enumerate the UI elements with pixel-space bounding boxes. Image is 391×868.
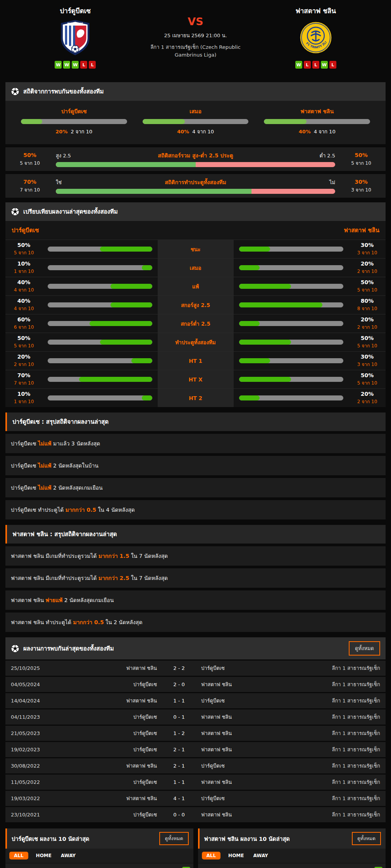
h2h-stat-count: 4 จาก 10	[192, 129, 214, 135]
h2h-stat-bar	[143, 119, 249, 124]
match-league-name: ลีกา 1 สาธารณรัฐเช็ก	[297, 745, 380, 754]
comparison-away-percent: 50%	[361, 279, 374, 285]
comparison-away-bar	[239, 247, 344, 252]
h2h-match-row: 11/05/2022 ปาร์ดูบีตเซ 1 - 1 ฟาสตาฟ ชลิน…	[5, 775, 386, 790]
form-badge: W	[72, 61, 79, 69]
comparison-away-bar	[239, 302, 344, 307]
comparison-row: 70% 7 จาก 10 HT X 50% 5 จาก 10	[5, 370, 386, 388]
comparison-away-percent: 30%	[361, 242, 374, 248]
h2h-split-rows: 50% 5 จาก 10 สูง 2.5 สถิติสกอร์รวม สูง-ต…	[5, 147, 386, 198]
match-score: 2 - 2	[162, 665, 196, 671]
comparison-home-bar	[48, 302, 152, 307]
comparison-row: 40% 4 จาก 10 สกอร์สูง 2.5 80% 8 จาก 10	[5, 295, 386, 314]
h2h-stat-column: ฟาสตาฟ ชลิน 40%4 จาก 10	[264, 107, 370, 136]
comparison-row: 50% 5 จาก 10 ทำประตูทั้งสองทีม 50% 5 จาก…	[5, 333, 386, 351]
away-recent-panel: ฟาสตาฟ ชลิน ผลงาน 10 นัดล่าสุด ดูทั้งหมด…	[198, 828, 386, 868]
match-away-team: ฟาสตาฟ ชลิน	[196, 729, 297, 737]
comparison-home-count: 1 จาก 10	[14, 398, 34, 405]
comparison-home-count: 1 จาก 10	[14, 267, 34, 275]
comparison-away-percent: 20%	[361, 316, 374, 323]
comparison-away-percent: 30%	[361, 354, 374, 360]
comparison-header: เปรียบเทียบผลงานล่าสุดของทั้งสองทีม	[5, 202, 386, 221]
form-badge: L	[80, 61, 87, 69]
home-summary-title: ปาร์ดูบีตเซ : สรุปสถิติจากผลงานล่าสุด	[5, 412, 386, 431]
comparison-away-count: 5 จาก 10	[357, 286, 377, 293]
comparison-away-percent: 20%	[361, 391, 374, 397]
match-score: 2 - 1	[162, 747, 196, 752]
tab-home[interactable]: HOME	[227, 852, 245, 859]
summary-row: ฟาสตาฟ ชลิน มีเกมที่ทำประตูรวมได้ มากกว่…	[5, 568, 386, 588]
split-left-count: 5 จาก 10	[9, 159, 51, 167]
tab-home[interactable]: HOME	[34, 852, 53, 859]
comparison-home-bar	[48, 358, 152, 363]
comparison-row-label: แพ้	[158, 277, 234, 295]
match-score: 1 - 1	[162, 698, 196, 704]
split-right-label: ต่ำ 2.5	[308, 152, 335, 160]
recent-match-row: 18/04/2026 ฟาสตาฟ ชลิน 3 - 2 เทปลิเช่ W	[198, 864, 386, 868]
match-away-team: ปาร์ดูบีตเซ	[196, 664, 297, 672]
home-team-logo: PARDUBICE	[59, 20, 91, 55]
comparison-row-label: ทำประตูทั้งสองทีม	[158, 333, 234, 351]
view-all-button[interactable]: ดูทั้งหมด	[159, 832, 188, 845]
comparison-away-count: 2 จาก 10	[357, 398, 377, 405]
match-score: 2 - 1	[162, 763, 196, 769]
match-league-name: ลีกา 1 สาธารณรัฐเช็ก	[297, 811, 380, 819]
match-home-team: ปาร์ดูบีตเซ	[61, 680, 162, 689]
match-date: 25/10/2025	[11, 665, 61, 671]
comparison-home-label: ปาร์ดูบีตเซ	[12, 226, 39, 235]
tab-away[interactable]: AWAY	[251, 852, 269, 859]
split-left-percent: 70%	[9, 179, 51, 185]
h2h-stat-count: 4 จาก 10	[314, 129, 336, 135]
comparison-home-count: 5 จาก 10	[14, 342, 34, 349]
tab-away[interactable]: AWAY	[59, 852, 77, 859]
match-info-block: VS 25 เมษายน 2569 21:00 น. ลีกา 1 สาธารณ…	[134, 5, 258, 74]
match-home-team: ฟาสตาฟ ชลิน	[61, 794, 162, 802]
h2h-split-row: 50% 5 จาก 10 สูง 2.5 สถิติสกอร์รวม สูง-ต…	[5, 147, 386, 171]
comparison-home-bar	[48, 265, 152, 270]
away-recent-header: ฟาสตาฟ ชลิน ผลงาน 10 นัดล่าสุด ดูทั้งหมด	[198, 828, 386, 849]
split-title: สถิติการทำประตูทั้งสองทีม	[83, 178, 308, 186]
split-right-label: ไม่	[308, 178, 335, 186]
h2h-stat-label: ฟาสตาฟ ชลิน	[300, 107, 334, 116]
form-badge: W	[63, 61, 70, 69]
match-date: 14/04/2024	[11, 698, 61, 704]
split-bar	[56, 162, 335, 167]
match-score: 2 - 0	[162, 682, 196, 687]
h2h-match-row: 04/05/2024 ปาร์ดูบีตเซ 2 - 0 ฟาสตาฟ ชลิน…	[5, 677, 386, 692]
h2h-stat-bar	[21, 119, 127, 124]
match-date: 19/03/2022	[11, 796, 61, 801]
split-left-label: สูง 2.5	[56, 152, 83, 160]
tab-all[interactable]: ALL	[202, 852, 221, 859]
summary-row: ฟาสตาฟ ชลิน มีเกมที่ทำประตูรวมได้ มากกว่…	[5, 546, 386, 566]
match-score: 4 - 1	[162, 796, 196, 801]
comparison-title: เปรียบเทียบผลงานล่าสุดของทั้งสองทีม	[23, 207, 118, 216]
view-all-button[interactable]: ดูทั้งหมด	[349, 641, 380, 656]
comparison-away-bar	[239, 395, 344, 400]
home-team-form: WWWLL	[55, 61, 96, 69]
h2h-matches-title: ผลงานการพบกันล่าสุดของทั้งสองทีม	[23, 644, 345, 653]
tab-all[interactable]: ALL	[9, 852, 28, 859]
h2h-match-row: 23/10/2021 ปาร์ดูบีตเซ 0 - 0 ฟาสตาฟ ชลิน…	[5, 807, 386, 822]
comparison-away-percent: 50%	[361, 335, 374, 341]
match-score: 0 - 0	[162, 812, 196, 818]
comparison-away-bar	[239, 284, 344, 289]
form-badge: L	[312, 61, 319, 69]
view-all-button[interactable]: ดูทั้งหมด	[352, 832, 381, 845]
home-summary-rows: ปาร์ดูบีตเซ ไม่แพ้ มาแล้ว 3 นัดหลังสุด ป…	[5, 434, 386, 519]
h2h-stat-column: เสมอ 40%4 จาก 10	[143, 107, 249, 136]
form-badge: W	[55, 61, 62, 69]
comparison-row-label: สกอร์สูง 2.5	[158, 296, 234, 314]
comparison-away-count: 3 จาก 10	[357, 249, 377, 256]
comparison-home-bar	[48, 247, 152, 252]
h2h-stats-columns: ปาร์ดูบีตเซ 20%2 จาก 10 เสมอ 40%4 จาก 10…	[5, 101, 386, 144]
recent-match-row: 19/04/2026 เอฟซี วิคตอเรีย พัลเซ่น 0 - 1…	[5, 864, 193, 868]
match-home-team: ปาร์ดูบีตเซ	[61, 713, 162, 721]
comparison-away-bar	[239, 265, 344, 270]
match-league-name: ลีกา 1 สาธารณรัฐเช็ก	[297, 762, 380, 770]
comparison-rows: 50% 5 จาก 10 ชนะ 30% 3 จาก 10 10% 1 จาก …	[5, 240, 386, 407]
soccer-ball-icon	[11, 207, 19, 216]
home-recent-rows: 19/04/2026 เอฟซี วิคตอเรีย พัลเซ่น 0 - 1…	[5, 864, 193, 868]
away-team-form: WLLWL	[295, 61, 336, 69]
match-score: 1 - 2	[162, 730, 196, 736]
comparison-away-percent: 50%	[361, 372, 374, 378]
